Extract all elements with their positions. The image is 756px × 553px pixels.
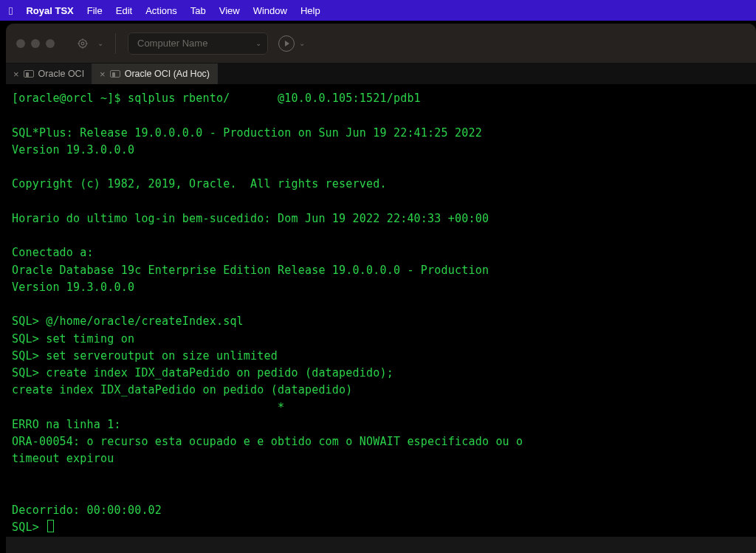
menu-tab[interactable]: Tab bbox=[190, 5, 206, 16]
menu-view[interactable]: View bbox=[219, 5, 240, 16]
svg-point-1 bbox=[81, 42, 84, 45]
close-tab-icon[interactable]: × bbox=[100, 69, 106, 80]
apple-logo-icon[interactable]:  bbox=[9, 4, 13, 17]
terminal[interactable]: [oracle@orcl ~]$ sqlplus rbento/ @10.0.0… bbox=[6, 84, 756, 537]
menu-window[interactable]: Window bbox=[253, 5, 287, 16]
toolbar-separator bbox=[115, 33, 116, 54]
target-dropdown-icon[interactable]: ⌄ bbox=[97, 39, 103, 47]
svg-point-0 bbox=[79, 39, 87, 47]
menu-edit[interactable]: Edit bbox=[116, 5, 132, 16]
play-icon bbox=[285, 41, 289, 47]
toolbar: ⌄ Computer Name ⌄ ⌄ bbox=[6, 24, 756, 63]
computer-name-label: Computer Name bbox=[137, 38, 207, 49]
tab-oracle-oci[interactable]: × Oracle OCI bbox=[6, 63, 92, 84]
menu-actions[interactable]: Actions bbox=[145, 5, 177, 16]
app-name[interactable]: Royal TSX bbox=[26, 5, 73, 16]
tabs-row: × Oracle OCI × Oracle OCI (Ad Hoc) bbox=[6, 63, 756, 84]
menubar:  Royal TSX File Edit Actions Tab View W… bbox=[0, 0, 756, 21]
app-window: ⌄ Computer Name ⌄ ⌄ × Oracle OCI × Oracl… bbox=[6, 24, 756, 553]
tab-label: Oracle OCI (Ad Hoc) bbox=[125, 69, 210, 79]
tab-label: Oracle OCI bbox=[38, 69, 85, 79]
zoom-window-button[interactable] bbox=[46, 39, 55, 48]
cursor bbox=[47, 520, 54, 532]
menu-file[interactable]: File bbox=[87, 5, 103, 16]
computer-name-select[interactable]: Computer Name ⌄ bbox=[128, 32, 268, 55]
terminal-tab-icon bbox=[110, 70, 120, 78]
run-dropdown-icon[interactable]: ⌄ bbox=[299, 39, 305, 47]
run-button[interactable] bbox=[278, 35, 295, 52]
menu-help[interactable]: Help bbox=[300, 5, 320, 16]
minimize-window-button[interactable] bbox=[31, 39, 40, 48]
window-controls bbox=[16, 39, 55, 48]
close-tab-icon[interactable]: × bbox=[13, 69, 19, 80]
terminal-tab-icon bbox=[24, 70, 34, 78]
close-window-button[interactable] bbox=[16, 39, 25, 48]
tab-oracle-oci-adhoc[interactable]: × Oracle OCI (Ad Hoc) bbox=[92, 63, 218, 84]
target-button[interactable] bbox=[72, 34, 93, 53]
chevron-down-icon: ⌄ bbox=[255, 39, 261, 47]
